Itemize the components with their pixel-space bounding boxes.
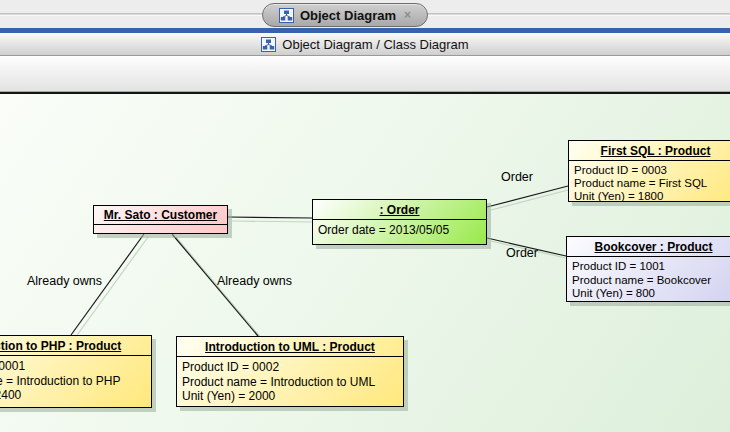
object-attrs: Product ID = 0002 Product name = Introdu…	[177, 356, 403, 406]
object-attrs: Product ID = 0001 Product name = Introdu…	[0, 355, 151, 405]
attr-line: Product ID = 1001	[572, 260, 730, 274]
window-titlebar: Object Diagram / Class Diagram	[0, 33, 730, 56]
attr-line: Unit (Yen) = 2400	[0, 388, 146, 403]
object-title: : Order	[313, 200, 486, 219]
object-title: First SQL : Product	[569, 141, 730, 160]
customer-object[interactable]: Mr. Sato : Customer	[93, 205, 228, 234]
object-title: Bookcover : Product	[567, 237, 730, 256]
intro-uml-object[interactable]: Introduction to UML : Product Product ID…	[176, 336, 404, 407]
diagram-canvas[interactable]: Order Order Already owns Already owns Mr…	[0, 92, 730, 432]
attr-line: Product name = Introduction to PHP	[0, 374, 146, 389]
object-attrs-empty	[94, 224, 227, 230]
attr-line: Order date = 2013/05/05	[318, 223, 481, 238]
customer-order-link	[228, 217, 312, 218]
diagram-icon	[279, 8, 294, 23]
object-title: Mr. Sato : Customer	[94, 206, 227, 224]
attr-line: Unit (Yen) = 2000	[182, 389, 398, 404]
attr-line: Product ID = 0003	[574, 164, 730, 177]
object-title: Introduction to PHP : Product	[0, 336, 151, 355]
attr-line: Product name = Introduction to UML	[182, 375, 398, 390]
diagram-icon	[261, 37, 276, 52]
object-attrs: Product ID = 0003 Product name = First S…	[569, 160, 730, 205]
object-attrs: Order date = 2013/05/05	[313, 219, 486, 240]
attr-line: Unit (Yen) = 1800	[574, 190, 730, 203]
object-title: Introduction to UML : Product	[177, 337, 403, 356]
tab-strip: Object Diagram ×	[0, 0, 730, 28]
attr-line: Unit (Yen) = 800	[572, 287, 730, 301]
link-label-order-1[interactable]: Order	[501, 170, 533, 184]
tab-close-icon[interactable]: ×	[404, 8, 411, 22]
app-window: Object Diagram × Object Diagram / Class …	[0, 0, 730, 432]
link-label-already-owns-2[interactable]: Already owns	[217, 274, 292, 288]
link-label-already-owns-1[interactable]: Already owns	[27, 274, 102, 288]
window-title: Object Diagram / Class Diagram	[282, 37, 468, 52]
tab-object-diagram[interactable]: Object Diagram ×	[262, 3, 428, 27]
bookcover-object[interactable]: Bookcover : Product Product ID = 1001 Pr…	[566, 236, 730, 302]
attr-line: Product name = Bookcover	[572, 274, 730, 288]
link-label-order-2[interactable]: Order	[506, 246, 538, 260]
tab-label: Object Diagram	[300, 8, 396, 23]
attr-line: Product ID = 0002	[182, 360, 398, 375]
attr-line: Product ID = 0001	[0, 359, 146, 374]
toolbar: ▢ ⌖ — ▼ ▤ ⇧ ⇡ ⇢ ▼ ○ ▼ Ω ▼ Ю ◔ ▼ ▭ ▼ L ┄ …	[0, 56, 730, 92]
object-attrs: Product ID = 1001 Product name = Bookcov…	[567, 256, 730, 303]
intro-php-object[interactable]: Introduction to PHP : Product Product ID…	[0, 335, 152, 408]
first-sql-object[interactable]: First SQL : Product Product ID = 0003 Pr…	[568, 140, 730, 202]
attr-line: Product name = First SQL	[574, 177, 730, 190]
order-first-sql-link	[487, 186, 568, 207]
order-object[interactable]: : Order Order date = 2013/05/05	[312, 199, 487, 245]
